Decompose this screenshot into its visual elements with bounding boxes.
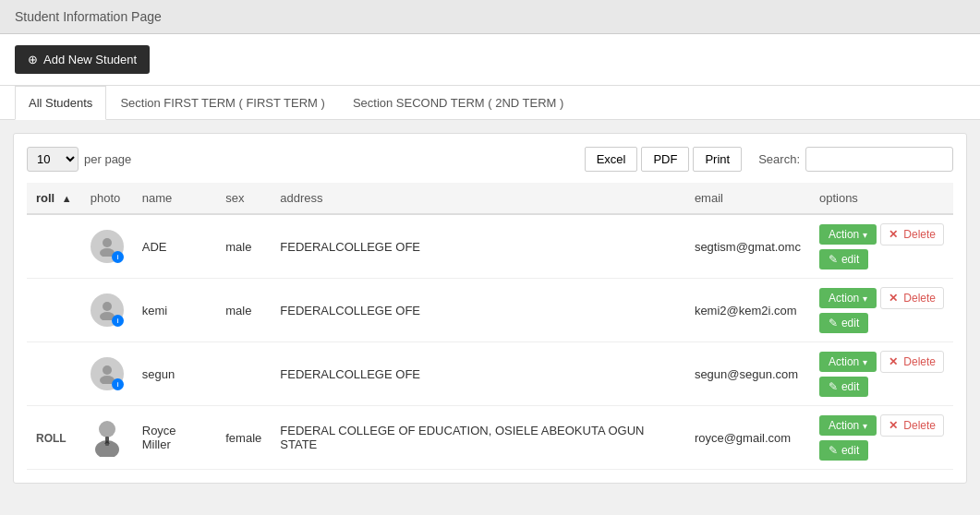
svg-text:i: i	[116, 254, 118, 260]
cell-sex: female	[216, 406, 271, 470]
print-button[interactable]: Print	[693, 147, 742, 172]
caret-icon: ▾	[863, 357, 867, 367]
cell-email: royce@gmail.com	[685, 406, 810, 470]
caret-icon: ▾	[863, 293, 867, 304]
action-label: Action	[829, 419, 859, 432]
avatar: i	[91, 293, 124, 327]
x-icon: ✕	[889, 355, 898, 368]
svg-point-4	[103, 302, 112, 311]
tab-all-students[interactable]: All Students	[15, 86, 106, 120]
cell-roll	[27, 214, 81, 279]
x-icon: ✕	[889, 419, 898, 432]
cell-name: Royce Miller	[133, 406, 217, 470]
info-icon: i	[114, 317, 122, 325]
edit-button[interactable]: ✎ edit	[819, 440, 868, 461]
col-name: name	[133, 183, 217, 214]
content-area: 10 25 50 100 per page Excel PDF Print Se…	[13, 133, 967, 484]
avatar: i	[91, 357, 124, 390]
x-icon: ✕	[889, 292, 898, 305]
plus-icon: ⊕	[28, 53, 38, 66]
table-controls: 10 25 50 100 per page Excel PDF Print Se…	[27, 147, 953, 172]
per-page-select[interactable]: 10 25 50 100	[27, 147, 79, 172]
cell-photo: i	[81, 342, 133, 406]
delete-button[interactable]: ✕ Delete	[880, 351, 944, 373]
cell-name: ADE	[133, 214, 217, 279]
edit-label: edit	[841, 253, 859, 266]
table-row: ROLL Royce MillerfemaleFEDERAL COLLEGE O…	[27, 406, 953, 470]
delete-button[interactable]: ✕ Delete	[880, 287, 944, 309]
table-row: i ADEmaleFEDERALCOLLEGE OFEsegtism@gmat.…	[27, 214, 953, 279]
action-button[interactable]: Action ▾	[819, 352, 877, 372]
cell-sex: male	[216, 214, 271, 279]
col-email: email	[685, 183, 810, 214]
delete-button[interactable]: ✕ Delete	[880, 414, 944, 437]
action-label: Action	[829, 355, 859, 368]
cell-photo: i	[81, 279, 133, 342]
svg-point-0	[103, 238, 112, 247]
cell-name: segun	[133, 342, 217, 406]
cell-email: segtism@gmat.omc	[685, 214, 810, 279]
cell-address: FEDERALCOLLEGE OFE	[271, 279, 685, 342]
edit-button[interactable]: ✎ edit	[819, 377, 868, 397]
delete-button[interactable]: ✕ Delete	[880, 223, 944, 246]
search-label: Search:	[758, 152, 800, 166]
edit-label: edit	[841, 444, 859, 457]
info-icon: i	[114, 380, 122, 389]
action-button[interactable]: Action ▾	[819, 224, 877, 245]
delete-label: Delete	[903, 228, 936, 241]
table-row: i kemimaleFEDERALCOLLEGE OFEkemi2@kem2i.…	[27, 279, 953, 342]
pencil-icon: ✎	[829, 317, 838, 329]
tab-second-term[interactable]: Section SECOND TERM ( 2ND TERM )	[339, 86, 578, 120]
tab-first-term[interactable]: Section FIRST TERM ( FIRST TERM )	[106, 86, 339, 120]
per-page-control: 10 25 50 100 per page	[27, 147, 131, 172]
edit-label: edit	[841, 380, 859, 393]
action-group: Action ▾ ✕ Delete ✎ edit	[819, 414, 944, 461]
delete-label: Delete	[903, 419, 936, 432]
col-sex: sex	[216, 183, 271, 214]
table-header-row: roll ▲ photo name sex address	[27, 183, 953, 214]
caret-icon: ▾	[863, 421, 867, 431]
cell-sex: male	[216, 279, 271, 342]
action-label: Action	[829, 292, 859, 305]
pencil-icon: ✎	[829, 444, 838, 457]
pdf-button[interactable]: PDF	[641, 147, 689, 172]
cell-photo: i	[81, 214, 133, 279]
excel-button[interactable]: Excel	[585, 147, 638, 172]
avatar	[91, 418, 124, 457]
action-group: Action ▾ ✕ Delete ✎ edit	[819, 287, 944, 333]
students-table: roll ▲ photo name sex address	[27, 183, 953, 470]
toolbar: ⊕ Add New Student	[0, 34, 980, 86]
action-button[interactable]: Action ▾	[819, 415, 877, 436]
col-photo: photo	[81, 183, 133, 214]
edit-label: edit	[841, 317, 859, 329]
action-button[interactable]: Action ▾	[819, 288, 877, 308]
cell-address: FEDERAL COLLEGE OF EDUCATION, OSIELE ABE…	[271, 406, 685, 470]
cell-photo	[81, 406, 133, 470]
cell-sex	[216, 342, 271, 406]
col-address: address	[271, 183, 685, 214]
edit-button[interactable]: ✎ edit	[819, 313, 868, 333]
search-input[interactable]	[805, 147, 953, 172]
tabs-bar: All Students Section FIRST TERM ( FIRST …	[0, 86, 980, 120]
svg-text:i: i	[116, 381, 118, 388]
page-header: Student Information Page	[0, 0, 980, 34]
edit-button[interactable]: ✎ edit	[819, 249, 868, 269]
x-icon: ✕	[889, 228, 898, 241]
page-wrapper: Student Information Page ⊕ Add New Stude…	[0, 0, 980, 515]
add-new-student-button[interactable]: ⊕ Add New Student	[15, 45, 150, 74]
cell-address: FEDERALCOLLEGE OFE	[271, 342, 685, 406]
cell-roll	[27, 342, 81, 406]
col-options: options	[810, 183, 953, 214]
cell-options: Action ▾ ✕ Delete ✎ edit	[810, 342, 953, 406]
svg-point-12	[99, 421, 115, 437]
action-group: Action ▾ ✕ Delete ✎ edit	[819, 223, 944, 269]
caret-icon: ▾	[863, 230, 867, 240]
col-roll[interactable]: roll ▲	[27, 183, 81, 214]
info-badge: i	[112, 315, 124, 327]
search-wrap: Search:	[758, 147, 953, 172]
cell-email: kemi2@kem2i.com	[685, 279, 810, 342]
delete-label: Delete	[903, 355, 936, 368]
action-label: Action	[829, 228, 859, 241]
info-badge: i	[112, 378, 124, 390]
page-title: Student Information Page	[15, 9, 162, 24]
